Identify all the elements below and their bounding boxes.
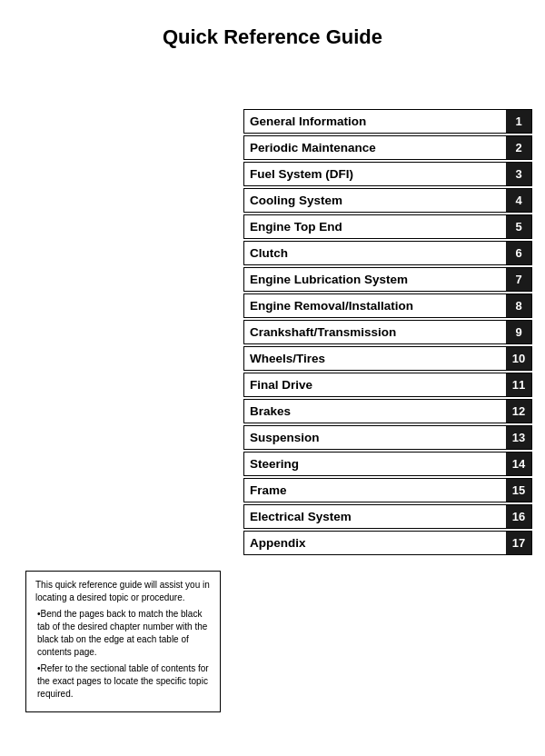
toc-item[interactable]: Engine Top End5	[243, 214, 532, 239]
toc-item-label: Periodic Maintenance	[244, 136, 506, 159]
toc-item-number: 2	[506, 136, 531, 159]
toc-item-number: 1	[506, 110, 531, 133]
toc-item-label: Engine Removal/Installation	[244, 294, 506, 317]
page: Quick Reference Guide General Informatio…	[0, 0, 545, 756]
toc-item-label: Steering	[244, 453, 506, 475]
toc-item-number: 9	[506, 321, 531, 343]
toc-item[interactable]: Steering14	[243, 452, 532, 476]
toc-item-label: Electrical System	[244, 505, 506, 528]
toc-item[interactable]: Cooling System4	[243, 188, 532, 213]
toc-item-label: Engine Lubrication System	[244, 268, 506, 291]
page-title: Quick Reference Guide	[0, 0, 545, 65]
toc-item-number: 7	[506, 268, 531, 291]
toc-item-label: Suspension	[244, 426, 506, 449]
toc-item-number: 15	[506, 479, 531, 502]
toc-item-number: 14	[506, 453, 531, 475]
toc-item[interactable]: Brakes12	[243, 399, 532, 423]
toc-item-number: 16	[506, 505, 531, 528]
toc-item-number: 17	[506, 532, 531, 554]
toc-item-label: Crankshaft/Transmission	[244, 321, 506, 343]
info-box-bullet2: •Refer to the sectional table of content…	[35, 662, 211, 701]
toc-item-number: 5	[506, 215, 531, 238]
toc-item-label: Frame	[244, 479, 506, 502]
toc-item[interactable]: Electrical System16	[243, 504, 532, 529]
toc-item[interactable]: Suspension13	[243, 425, 532, 450]
info-box: This quick reference guide will assist y…	[25, 571, 221, 712]
toc-item-number: 12	[506, 400, 531, 423]
toc-item-label: Cooling System	[244, 189, 506, 212]
toc-item[interactable]: Engine Lubrication System7	[243, 267, 532, 292]
toc-item-label: Fuel System (DFI)	[244, 163, 506, 185]
toc-item-number: 4	[506, 189, 531, 212]
toc-item-label: Appendix	[244, 532, 506, 554]
toc-item-label: Wheels/Tires	[244, 347, 506, 370]
toc-item[interactable]: Frame15	[243, 478, 532, 502]
toc-item[interactable]: Appendix17	[243, 531, 532, 555]
toc-item-label: Final Drive	[244, 373, 506, 396]
toc-item-label: Brakes	[244, 400, 506, 423]
toc-item-number: 10	[506, 347, 531, 370]
toc-item-number: 6	[506, 242, 531, 264]
toc-item-label: General Information	[244, 110, 506, 133]
info-box-intro: This quick reference guide will assist y…	[35, 579, 211, 604]
toc-item[interactable]: Periodic Maintenance2	[243, 135, 532, 160]
toc-item-number: 8	[506, 294, 531, 317]
toc-item-number: 3	[506, 163, 531, 185]
toc-item-number: 13	[506, 426, 531, 449]
toc-item-label: Clutch	[244, 242, 506, 264]
toc-item[interactable]: Crankshaft/Transmission9	[243, 320, 532, 344]
toc-item[interactable]: Engine Removal/Installation8	[243, 293, 532, 318]
toc-item-number: 11	[506, 373, 531, 396]
info-box-bullet1: •Bend the pages back to match the black …	[35, 608, 211, 659]
toc-container: General Information1Periodic Maintenance…	[243, 109, 532, 557]
toc-item[interactable]: Clutch6	[243, 241, 532, 265]
toc-item[interactable]: Fuel System (DFI)3	[243, 162, 532, 186]
toc-item[interactable]: Wheels/Tires10	[243, 346, 532, 371]
toc-item[interactable]: Final Drive11	[243, 373, 532, 397]
toc-item[interactable]: General Information1	[243, 109, 532, 134]
toc-item-label: Engine Top End	[244, 215, 506, 238]
